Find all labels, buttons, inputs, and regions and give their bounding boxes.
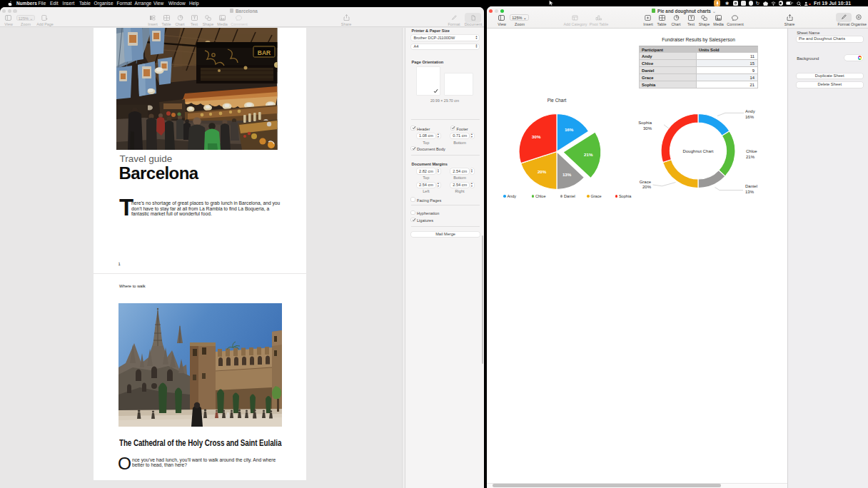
svg-text:30%: 30% [532,134,541,139]
svg-text:16%: 16% [565,127,574,132]
svg-text:21%: 21% [584,152,593,157]
svg-text:20%: 20% [538,169,547,174]
svg-text:13%: 13% [562,172,572,177]
svg-text:Doughnut Chart: Doughnut Chart [682,148,713,153]
